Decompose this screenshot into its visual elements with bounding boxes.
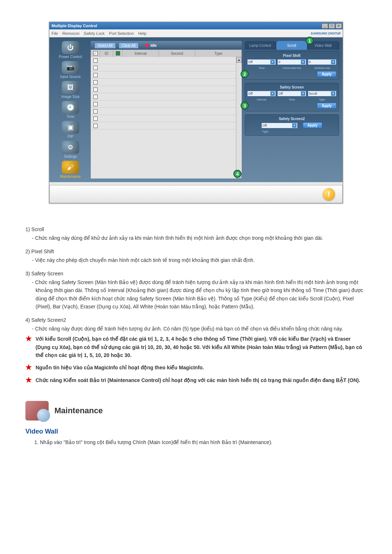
select-all-button[interactable]: Select All	[94, 42, 116, 49]
col-second[interactable]: Second	[159, 50, 195, 57]
window-controls: _ □ ×	[322, 23, 342, 29]
center-toolbar: Select All Clear All Idle	[91, 41, 242, 50]
row-checkbox[interactable]	[93, 109, 98, 114]
callout-3: 3	[241, 102, 249, 110]
table-row[interactable]	[91, 93, 236, 100]
sidebar: ⏻Power Control 📷Input Source 🖼Image Size…	[53, 41, 88, 178]
safety-time-select[interactable]: Off▾	[277, 91, 306, 97]
clear-all-button[interactable]: Clear All	[119, 42, 139, 49]
row-checkbox[interactable]	[93, 116, 98, 121]
note-3-text: Chức năng Kiểm soát Bảo trì (Maintenance…	[36, 376, 360, 384]
safety2-type-select[interactable]: Off▾	[261, 123, 298, 128]
pixel-shift-time-select[interactable]: Off▾	[247, 59, 276, 65]
safety-interval-select[interactable]: Off▾	[247, 91, 276, 97]
title-bar: Multiple Display Control _ □ ×	[49, 22, 343, 29]
sidebar-item-settings[interactable]: ⚙Settings	[53, 141, 88, 159]
row-checkbox[interactable]	[93, 124, 98, 128]
table-row[interactable]	[91, 64, 236, 71]
safety-apply-button[interactable]: Apply	[317, 103, 336, 109]
pixel-shift-h-select[interactable]: 0▾	[277, 59, 306, 65]
item-1-body: - Chức năng này dùng để khử dư ảnh xảy r…	[25, 234, 367, 242]
safety-type-select[interactable]: Scroll▾	[308, 91, 336, 97]
star-icon: ★	[25, 364, 32, 372]
pixel-shift-time-label: Time	[247, 66, 276, 70]
maintenance-icon: 🖌	[62, 161, 79, 174]
pixel-shift-apply-button[interactable]: Apply	[317, 71, 336, 77]
tab-lamp-control[interactable]: Lamp Control	[245, 41, 276, 50]
app-body: ⏻Power Control 📷Input Source 🖼Image Size…	[49, 37, 343, 182]
item-2-heading: 2) Pixel Shift	[25, 247, 367, 255]
table-row[interactable]	[91, 100, 236, 108]
step-1: Nhấp vào "Bảo trì" trong cột Biểu tượng …	[40, 438, 356, 446]
table-row[interactable]	[91, 86, 236, 93]
col-m[interactable]	[113, 50, 123, 57]
pixel-shift-v-select[interactable]: 0▾	[308, 59, 336, 65]
chevron-down-icon: ▾	[331, 60, 335, 64]
table-row[interactable]	[91, 108, 236, 115]
info-icon: !	[323, 188, 335, 200]
right-panel: Lamp Control Scroll Video Wall 1 Pixel S…	[245, 41, 339, 178]
idle-dot-icon	[145, 44, 149, 47]
time-icon: 🕘	[62, 101, 79, 114]
col-check[interactable]: ✓	[91, 50, 100, 57]
menu-file[interactable]: File	[52, 31, 58, 36]
sidebar-item-maintenance[interactable]: 🖌Maintenance	[53, 161, 88, 178]
callout-2: 2	[241, 70, 249, 78]
maximize-button[interactable]: □	[328, 23, 335, 29]
menu-help[interactable]: Help	[138, 31, 147, 36]
safety-screen-title: Safety Screen	[247, 85, 336, 89]
chevron-down-icon: ▾	[270, 91, 275, 96]
menu-safety-lock[interactable]: Safety Lock	[84, 31, 105, 36]
tab-scroll[interactable]: Scroll	[276, 41, 308, 50]
menu-port-selection[interactable]: Port Selection	[109, 31, 134, 36]
item-3-heading: 3) Safety Screen	[25, 270, 367, 278]
table-row[interactable]	[91, 115, 236, 122]
close-button[interactable]: ×	[335, 23, 342, 29]
safety2-type-label: Type	[247, 130, 283, 133]
row-checkbox[interactable]	[93, 73, 98, 77]
col-id[interactable]: ID	[100, 50, 113, 57]
col-type[interactable]: Type	[195, 50, 242, 57]
table-row[interactable]	[91, 79, 236, 86]
row-checkbox[interactable]	[93, 66, 98, 70]
row-checkbox[interactable]	[93, 95, 98, 99]
item-4-body: - Chức năng này được dùng để tránh hiện …	[25, 325, 367, 333]
app-window: Multiple Display Control _ □ × File Remo…	[49, 22, 343, 204]
minimize-button[interactable]: _	[322, 23, 328, 29]
safety2-apply-button[interactable]: Apply	[303, 122, 322, 128]
star-icon: ★	[25, 335, 32, 359]
scroll-up-icon[interactable]: ▲	[236, 57, 242, 63]
sidebar-item-time[interactable]: 🕘Time	[53, 101, 88, 119]
row-checkbox[interactable]	[93, 87, 98, 92]
sidebar-item-image-size[interactable]: 🖼Image Size	[53, 81, 88, 99]
callout-1: 1	[306, 37, 314, 45]
menu-bar: File Remocon Safety Lock Port Selection …	[49, 29, 343, 37]
note-3: ★ Chức năng Kiểm soát Bảo trì (Maintenan…	[15, 374, 377, 386]
col-interval[interactable]: Interval	[123, 50, 159, 57]
chevron-down-icon: ▾	[270, 60, 275, 64]
idle-label: Idle	[150, 44, 156, 48]
menu-remocon[interactable]: Remocon	[62, 31, 79, 36]
note-1-text: Với kiểu Scroll (Cuộn), bạn có thể đặt c…	[36, 335, 367, 359]
row-checkbox[interactable]	[93, 80, 98, 85]
table-row[interactable]	[91, 57, 236, 64]
row-checkbox[interactable]	[93, 102, 98, 106]
image-size-icon: 🖼	[62, 81, 79, 94]
pixel-shift-section: Pixel Shift Off▾ 0▾ 0▾ Time Horizontal D…	[245, 51, 339, 80]
sidebar-label: Time	[66, 115, 74, 119]
window-title: Multiple Display Control	[52, 24, 97, 28]
sidebar-label: Power Control	[59, 55, 82, 59]
chevron-down-icon: ▾	[301, 91, 305, 96]
sidebar-item-power-control[interactable]: ⏻Power Control	[53, 41, 88, 59]
tabs: Lamp Control Scroll Video Wall 1	[245, 41, 339, 50]
table-row[interactable]	[91, 122, 236, 130]
sidebar-item-pip[interactable]: ▣PIP	[53, 121, 88, 139]
table-row[interactable]	[91, 71, 236, 79]
chevron-down-icon: ▾	[331, 91, 335, 96]
sidebar-label: PIP	[68, 135, 73, 139]
row-checkbox[interactable]	[93, 58, 98, 63]
sidebar-item-input-source[interactable]: 📷Input Source	[53, 61, 88, 79]
safety-type-label: Type	[308, 98, 336, 101]
grid-header: ✓ ID Interval Second Type	[91, 50, 242, 57]
star-icon: ★	[25, 376, 32, 384]
